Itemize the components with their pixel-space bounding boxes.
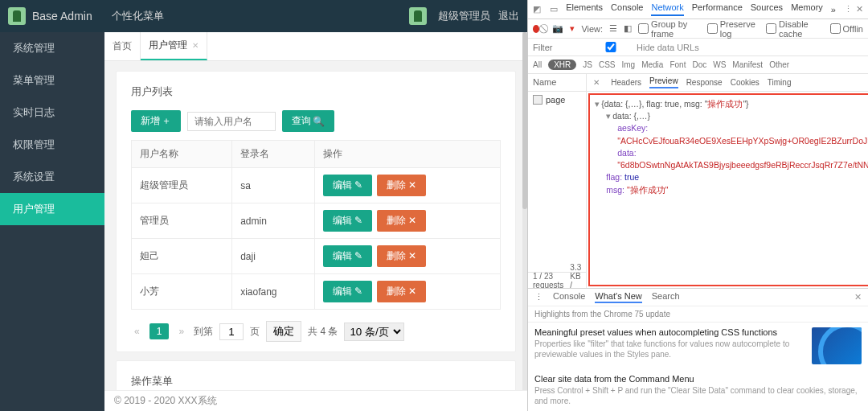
type-filter-other[interactable]: Other <box>769 60 789 69</box>
devtools-tab-network[interactable]: Network <box>651 2 683 16</box>
detail-tab-headers[interactable]: Headers <box>611 78 641 87</box>
tab-0[interactable]: 首页 <box>104 32 141 60</box>
table-row: 妲己daji编辑 ✎删除 ✕ <box>132 239 501 274</box>
app-logo-icon <box>8 7 26 25</box>
drawer-close-icon[interactable]: ✕ <box>854 292 862 302</box>
current-user[interactable]: 超级管理员 <box>438 9 490 23</box>
sidebar-item-0[interactable]: 系统管理 <box>0 32 104 64</box>
operation-menu-panel: 操作菜单 <box>116 360 516 390</box>
logout-link[interactable]: 退出 <box>498 9 519 23</box>
request-list-header: Name <box>528 74 586 92</box>
tab-close-icon[interactable]: ✕ <box>192 41 199 50</box>
overview-icon[interactable]: ◧ <box>624 23 632 34</box>
edit-button[interactable]: 编辑 ✎ <box>323 175 372 196</box>
table-header: 用户名称 <box>132 141 232 168</box>
filter-toggle-icon[interactable]: ▾ <box>570 23 575 34</box>
drawer-tab-search[interactable]: Search <box>652 291 680 303</box>
detail-tab-cookies[interactable]: Cookies <box>731 78 760 87</box>
request-count: 1 / 23 requests <box>533 272 563 289</box>
more-tabs-icon[interactable]: » <box>831 5 836 14</box>
close-detail-icon[interactable]: ✕ <box>593 78 600 87</box>
page-size-select[interactable]: 10 条/页 <box>344 323 404 341</box>
type-filter-img[interactable]: Img <box>621 60 635 69</box>
pagination: « 1 » 到第 页 确定 共 4 条 10 条/页 <box>131 321 501 342</box>
main-scrollbar[interactable] <box>522 32 527 390</box>
transfer-size: 3.3 KB / … <box>570 263 581 289</box>
page-next[interactable]: » <box>175 324 187 339</box>
page-total: 共 4 条 <box>308 325 338 339</box>
username-search-input[interactable] <box>187 112 276 131</box>
preserve-log-checkbox[interactable]: Preserve log <box>707 19 760 39</box>
type-filter-manifest[interactable]: Manifest <box>732 60 763 69</box>
delete-button[interactable]: 删除 ✕ <box>377 281 426 302</box>
filmstrip-icon[interactable]: 📷 <box>552 23 563 34</box>
table-row: 管理员admin编辑 ✎删除 ✕ <box>132 203 501 239</box>
table-header: 登录名 <box>232 141 315 168</box>
sidebar: 系统管理菜单管理实时日志权限管理系统设置用户管理 <box>0 32 104 411</box>
type-filter-js[interactable]: JS <box>583 60 592 69</box>
sidebar-item-3[interactable]: 权限管理 <box>0 129 104 161</box>
network-filter-input[interactable] <box>533 43 579 52</box>
type-filter-font[interactable]: Font <box>669 60 686 69</box>
user-table: 用户名称登录名操作 超级管理员sa编辑 ✎删除 ✕管理员admin编辑 ✎删除 … <box>131 140 501 310</box>
search-button[interactable]: 查询🔍 <box>282 110 334 132</box>
hide-data-urls-checkbox[interactable]: Hide data URLs <box>588 42 699 52</box>
large-rows-icon[interactable]: ☰ <box>609 23 617 34</box>
detail-tab-response[interactable]: Response <box>686 78 723 87</box>
drawer-tab-what-s-new[interactable]: What's New <box>595 291 641 303</box>
drawer-menu-icon[interactable]: ⋮ <box>534 292 543 302</box>
edit-button[interactable]: 编辑 ✎ <box>323 245 372 267</box>
devtools-tab-console[interactable]: Console <box>611 2 643 16</box>
devtools-tab-memory[interactable]: Memory <box>791 2 823 16</box>
personal-menu[interactable]: 个性化菜单 <box>112 9 164 23</box>
whats-new-highlight: Highlights from the Chrome 75 update <box>528 306 868 323</box>
page-current[interactable]: 1 <box>149 323 170 339</box>
tab-1[interactable]: 用户管理✕ <box>141 32 207 60</box>
disable-cache-checkbox[interactable]: Disable cache <box>766 19 823 39</box>
inspect-icon[interactable]: ◩ <box>533 4 542 15</box>
device-icon[interactable]: ▭ <box>550 4 559 15</box>
devtools-tab-performance[interactable]: Performance <box>692 2 743 16</box>
offline-checkbox[interactable]: Offlin <box>830 23 863 34</box>
sidebar-item-4[interactable]: 系统设置 <box>0 161 104 193</box>
type-filter-doc[interactable]: Doc <box>692 60 706 69</box>
page-go-button[interactable]: 确定 <box>266 321 301 342</box>
sidebar-item-5[interactable]: 用户管理 <box>0 193 104 225</box>
response-preview: ▾{data: {,…}, flag: true, msg: "操作成功"} ▾… <box>588 93 868 286</box>
detail-tab-timing[interactable]: Timing <box>768 78 792 87</box>
table-row: 超级管理员sa编辑 ✎删除 ✕ <box>132 168 501 203</box>
devtools-tab-sources[interactable]: Sources <box>751 2 783 16</box>
content-tabs: 首页用户管理✕ <box>104 32 527 61</box>
whats-new-item[interactable]: Meaningful preset values when autocomple… <box>528 323 868 369</box>
delete-button[interactable]: 删除 ✕ <box>377 245 426 267</box>
app-footer: © 2019 - 2020 XXX系统 <box>104 390 527 411</box>
record-icon[interactable] <box>533 25 539 33</box>
devtools-menu-icon[interactable]: ⋮ <box>844 4 853 14</box>
sidebar-item-1[interactable]: 菜单管理 <box>0 64 104 97</box>
type-filter-ws[interactable]: WS <box>713 60 726 69</box>
group-by-frame-checkbox[interactable]: Group by frame <box>638 19 701 39</box>
type-filter-all[interactable]: All <box>533 60 542 69</box>
panel-title: 用户列表 <box>131 84 501 99</box>
delete-button[interactable]: 删除 ✕ <box>377 175 426 196</box>
edit-button[interactable]: 编辑 ✎ <box>323 281 372 302</box>
drawer-tab-console[interactable]: Console <box>553 291 585 303</box>
detail-tab-preview[interactable]: Preview <box>649 76 678 88</box>
type-filter-media[interactable]: Media <box>641 60 663 69</box>
page-prev[interactable]: « <box>131 324 143 339</box>
type-filter-xhr[interactable]: XHR <box>548 60 576 70</box>
page-input[interactable] <box>219 323 244 340</box>
type-filter-css[interactable]: CSS <box>599 60 616 69</box>
app-brand: Base Admin <box>32 10 92 23</box>
delete-button[interactable]: 删除 ✕ <box>377 210 426 232</box>
whats-new-item[interactable]: Clear site data from the Command MenuPre… <box>528 369 868 411</box>
devtools-close-icon[interactable]: ✕ <box>856 4 863 14</box>
edit-button[interactable]: 编辑 ✎ <box>323 210 372 232</box>
table-row: 小芳xiaofang编辑 ✎删除 ✕ <box>132 274 501 310</box>
add-button[interactable]: 新增＋ <box>131 110 181 132</box>
devtools-panel: ◩ ▭ ElementsConsoleNetworkPerformanceSou… <box>527 0 868 411</box>
request-item-page[interactable]: page <box>528 92 586 108</box>
sidebar-item-2[interactable]: 实时日志 <box>0 97 104 129</box>
whats-new-thumb <box>812 327 862 364</box>
devtools-tab-elements[interactable]: Elements <box>566 2 603 16</box>
